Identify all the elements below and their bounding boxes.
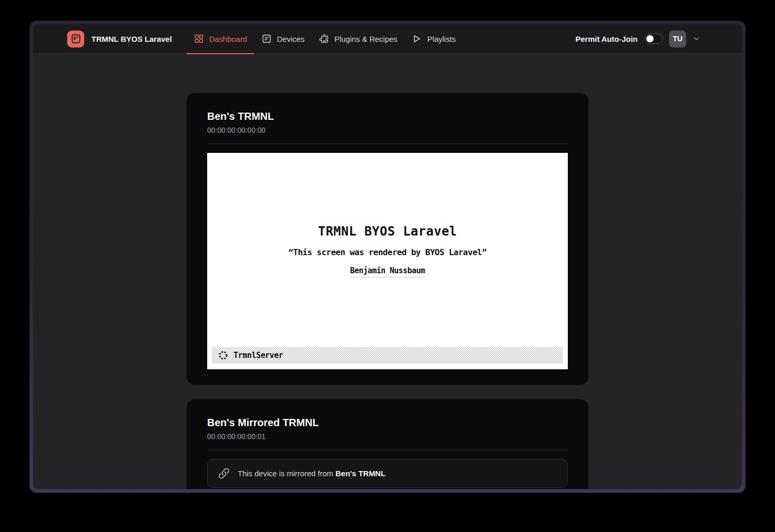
screen-status-label: TrmnlServer [234, 351, 283, 360]
nav-tab-plugins-recipes[interactable]: Plugins & Recipes [312, 24, 405, 54]
nav-tab-label: Dashboard [209, 35, 247, 43]
device-card-bens-mirrored-trmnl: Ben's Mirrored TRMNL 00:00:00:00:00:01 T… [187, 399, 588, 489]
device-name: Ben's Mirrored TRMNL [207, 417, 568, 429]
brand: TRMNL BYOS Laravel [67, 30, 172, 48]
nav-tab-label: Plugins & Recipes [334, 35, 397, 43]
nav-tab-label: Playlists [427, 35, 456, 43]
divider [207, 450, 568, 450]
mirror-notice-text: This device is mirrored from Ben's TRMNL [238, 469, 385, 478]
permit-auto-join-label: Permit Auto-Join [576, 35, 638, 43]
device-name: Ben's TRMNL [207, 111, 568, 122]
main-nav: Dashboard Devices [187, 24, 463, 54]
user-menu-chevron-down-icon[interactable] [692, 35, 701, 43]
device-screen-preview: TRMNL BYOS Laravel “This screen was rend… [207, 153, 568, 369]
trmnl-logo-icon [67, 30, 84, 48]
mirror-notice: This device is mirrored from Ben's TRMNL [207, 459, 568, 488]
mirror-source-device: Ben's TRMNL [335, 469, 385, 478]
user-avatar[interactable]: TU [669, 30, 686, 48]
screen-title: TRMNL BYOS Laravel [207, 224, 568, 239]
app-window: TRMNL BYOS Laravel Dashboard [33, 24, 742, 489]
play-icon [412, 34, 422, 44]
device-mac-address: 00:00:00:00:00:01 [207, 432, 568, 441]
permit-auto-join-toggle[interactable] [645, 34, 663, 44]
nav-tab-dashboard[interactable]: Dashboard [187, 24, 254, 54]
divider [207, 144, 568, 144]
app-window-frame: TRMNL BYOS Laravel Dashboard [29, 21, 746, 493]
screen-quote: “This screen was rendered by BYOS Larave… [207, 247, 568, 257]
dashboard-content: Ben's TRMNL 00:00:00:00:00:00 TRMNL BYOS… [33, 54, 742, 489]
nav-tab-label: Devices [277, 35, 304, 43]
device-card-bens-trmnl: Ben's TRMNL 00:00:00:00:00:00 TRMNL BYOS… [187, 93, 588, 385]
nav-tab-devices[interactable]: Devices [254, 24, 312, 54]
dashboard-grid-icon [194, 34, 204, 44]
screen-status-bar: TrmnlServer [212, 347, 563, 364]
spinner-icon [218, 350, 228, 361]
screen-author-link: Benjamin Nussbaum [350, 266, 425, 277]
puzzle-piece-icon [319, 34, 329, 44]
devices-icon [261, 34, 272, 44]
link-icon [218, 467, 230, 479]
app-title: TRMNL BYOS Laravel [91, 35, 172, 43]
nav-tab-playlists[interactable]: Playlists [405, 24, 463, 54]
toggle-knob [646, 35, 654, 42]
header-right-group: Permit Auto-Join TU [576, 30, 701, 48]
device-mac-address: 00:00:00:00:00:00 [207, 126, 568, 134]
top-nav-bar: TRMNL BYOS Laravel Dashboard [33, 24, 742, 54]
screen-author-row: Benjamin Nussbaum [207, 265, 568, 277]
